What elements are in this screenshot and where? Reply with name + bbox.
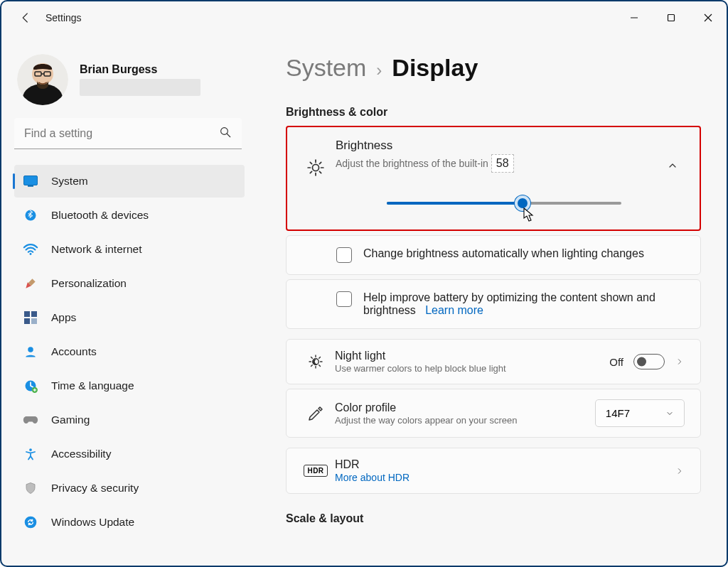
breadcrumb-parent[interactable]: System — [286, 54, 366, 82]
search-box[interactable] — [14, 118, 242, 149]
collapse-icon[interactable] — [667, 160, 681, 174]
nav-privacy[interactable]: Privacy & security — [14, 472, 245, 504]
nav-label: Apps — [51, 311, 76, 324]
system-icon — [23, 173, 38, 189]
maximize-button[interactable] — [653, 3, 690, 33]
svg-point-12 — [26, 210, 36, 221]
learn-more-link[interactable]: Learn more — [425, 304, 483, 316]
svg-point-22 — [25, 517, 37, 529]
nav-apps[interactable]: Apps — [14, 301, 245, 334]
hdr-title: HDR — [335, 458, 675, 471]
svg-point-23 — [312, 164, 318, 171]
nav-label: Windows Update — [51, 516, 134, 529]
nav-label: Accounts — [51, 345, 97, 358]
search-icon — [219, 126, 232, 141]
nav-accessibility[interactable]: Accessibility — [14, 438, 245, 470]
chevron-right-icon: › — [376, 60, 382, 80]
nav-personalization[interactable]: Personalization — [14, 267, 245, 300]
svg-line-30 — [310, 171, 311, 173]
svg-rect-11 — [28, 185, 33, 187]
night-light-subtitle: Use warmer colors to help block blue lig… — [335, 363, 548, 374]
color-profile-row[interactable]: Color profile Adjust the way colors appe… — [287, 389, 700, 437]
breadcrumb: System › Display — [286, 54, 701, 82]
page-title: Display — [392, 54, 478, 82]
svg-line-31 — [319, 162, 321, 163]
color-profile-subtitle: Adjust the way colors appear on your scr… — [335, 415, 595, 426]
svg-rect-1 — [668, 15, 675, 21]
hdr-row[interactable]: HDR HDR More about HDR — [287, 448, 700, 493]
user-profile[interactable]: Brian Burgess — [17, 54, 245, 105]
nav-network[interactable]: Network & internet — [14, 233, 245, 266]
auto-brightness-row[interactable]: Change brightness automatically when lig… — [286, 235, 701, 275]
user-name: Brian Burgess — [80, 63, 200, 76]
time-language-icon — [23, 378, 38, 394]
hdr-more-link[interactable]: More about HDR — [335, 472, 675, 483]
chevron-down-icon — [665, 409, 674, 418]
minimize-button[interactable] — [616, 3, 653, 33]
night-light-icon — [301, 353, 331, 370]
color-profile-icon — [301, 405, 331, 422]
battery-optimize-row[interactable]: Help improve battery by optimizing the c… — [286, 279, 701, 329]
auto-brightness-label: Change brightness automatically when lig… — [363, 247, 644, 260]
personalization-icon — [23, 276, 38, 291]
chevron-right-icon[interactable] — [675, 356, 685, 367]
nav-label: Bluetooth & devices — [51, 209, 149, 222]
nav-windows-update[interactable]: Windows Update — [14, 506, 245, 539]
svg-rect-16 — [24, 318, 30, 324]
nav-label: Privacy & security — [51, 482, 139, 495]
night-light-toggle[interactable] — [633, 354, 665, 369]
color-profile-value: 14F7 — [606, 407, 630, 419]
apps-icon — [23, 310, 38, 325]
auto-brightness-checkbox[interactable] — [336, 247, 352, 263]
accessibility-icon — [23, 446, 38, 462]
section-scale-layout: Scale & layout — [286, 512, 701, 525]
svg-line-39 — [311, 365, 313, 367]
bluetooth-icon — [23, 207, 38, 223]
accounts-icon — [23, 344, 38, 360]
privacy-icon — [23, 480, 38, 496]
brightness-subtitle: Adjust the brightness of the built-in — [336, 158, 488, 169]
nav-bluetooth[interactable]: Bluetooth & devices — [14, 199, 245, 232]
back-button[interactable] — [18, 11, 33, 25]
chevron-right-icon[interactable] — [675, 465, 685, 477]
svg-line-40 — [319, 357, 321, 359]
svg-line-28 — [310, 162, 311, 163]
nav-label: Network & internet — [51, 243, 142, 256]
section-brightness-color: Brightness & color — [286, 106, 701, 119]
nav-system[interactable]: System — [14, 165, 245, 198]
titlebar: Settings — [1, 1, 727, 34]
svg-rect-14 — [24, 311, 30, 317]
user-email-placeholder — [80, 79, 200, 96]
brightness-card[interactable]: Brightness Adjust the brightness of the … — [286, 126, 701, 231]
color-profile-title: Color profile — [335, 401, 595, 414]
brightness-icon — [301, 158, 330, 177]
avatar — [17, 54, 68, 105]
search-input[interactable] — [14, 118, 242, 149]
svg-line-37 — [311, 357, 313, 359]
nav-label: Gaming — [51, 414, 90, 426]
battery-optimize-checkbox[interactable] — [336, 291, 352, 307]
svg-line-29 — [319, 171, 321, 173]
nav-label: Personalization — [51, 277, 127, 290]
nav-list: System Bluetooth & devices Network & int… — [14, 165, 245, 540]
color-profile-dropdown[interactable]: 14F7 — [595, 399, 685, 427]
night-light-state: Off — [609, 356, 623, 368]
nav-time-language[interactable]: Time & language — [14, 369, 245, 402]
nav-accounts[interactable]: Accounts — [14, 335, 245, 368]
svg-line-9 — [227, 134, 230, 137]
nav-label: Time & language — [51, 379, 134, 392]
brightness-slider[interactable] — [387, 197, 621, 210]
close-button[interactable] — [690, 3, 727, 33]
svg-point-13 — [30, 253, 32, 255]
nav-gaming[interactable]: Gaming — [14, 404, 245, 436]
nav-label: System — [51, 175, 88, 188]
app-title: Settings — [46, 12, 82, 23]
brightness-value-tooltip: 58 — [491, 154, 514, 173]
svg-point-21 — [29, 448, 32, 451]
brightness-title: Brightness — [336, 139, 667, 153]
svg-rect-10 — [24, 176, 38, 185]
sidebar: Brian Burgess System — [1, 34, 257, 566]
svg-point-18 — [28, 347, 33, 352]
nav-label: Accessibility — [51, 448, 111, 460]
night-light-row[interactable]: Night light Use warmer colors to help bl… — [287, 340, 700, 384]
